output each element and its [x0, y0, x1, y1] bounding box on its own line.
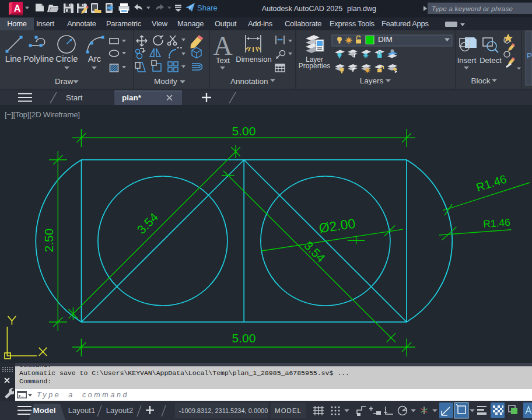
svg-text:[−][Top][2D Wireframe]: [−][Top][2D Wireframe]	[5, 110, 80, 119]
svg-text:Model: Model	[33, 406, 56, 415]
svg-text:Arc: Arc	[88, 54, 102, 64]
svg-text:Polyline: Polyline	[23, 54, 54, 64]
svg-text:R1.46: R1.46	[483, 216, 511, 230]
svg-text:Layout2: Layout2	[106, 406, 133, 415]
svg-text:Draw: Draw	[55, 77, 74, 86]
svg-text:Pr: Pr	[527, 51, 532, 60]
svg-text:Block: Block	[471, 76, 490, 85]
svg-text:Layers: Layers	[360, 76, 384, 85]
svg-text:2.50: 2.50	[42, 229, 55, 253]
svg-text:Properties: Properties	[299, 62, 331, 70]
svg-text:-1009.8312, 2311.5234, 0.0000: -1009.8312, 2311.5234, 0.0000	[179, 407, 268, 414]
svg-text:5.00: 5.00	[232, 331, 256, 345]
svg-text:Line: Line	[5, 54, 22, 64]
svg-text:3.54: 3.54	[302, 239, 328, 265]
svg-text:Autodesk AutoCAD 2025: Autodesk AutoCAD 2025	[262, 5, 342, 13]
svg-text:Start: Start	[66, 93, 83, 102]
svg-text:Circle: Circle	[55, 54, 78, 64]
svg-text:Detect: Detect	[480, 56, 502, 65]
svg-text:Modify: Modify	[154, 77, 177, 86]
svg-text:A: A	[14, 4, 21, 13]
svg-text:Layout1: Layout1	[68, 406, 95, 415]
svg-text:plan.dwg: plan.dwg	[347, 5, 376, 13]
svg-text:Type a keyword or phrase: Type a keyword or phrase	[432, 5, 513, 12]
svg-text:DIM: DIM	[378, 35, 393, 44]
svg-text:Ø2.00: Ø2.00	[318, 216, 356, 236]
svg-text:3.54: 3.54	[134, 210, 160, 236]
svg-text:Share: Share	[197, 4, 218, 12]
svg-text:Insert: Insert	[457, 56, 477, 65]
svg-text:MODEL: MODEL	[275, 407, 302, 414]
svg-text:Dimension: Dimension	[236, 55, 271, 64]
svg-text:plan*: plan*	[122, 93, 142, 102]
svg-text:5.00: 5.00	[232, 124, 256, 138]
svg-text:Text: Text	[216, 56, 230, 65]
svg-text:Annotation: Annotation	[230, 77, 268, 86]
